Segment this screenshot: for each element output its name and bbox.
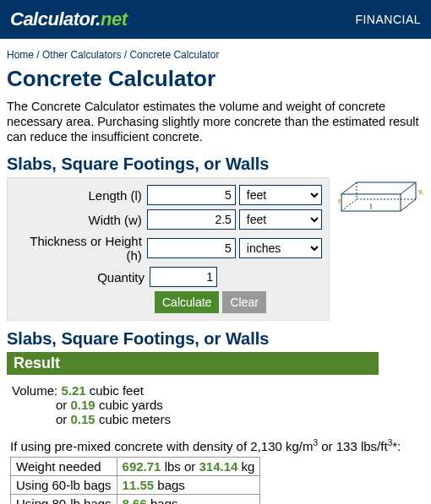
site-logo[interactable]: Calculator.net [10,8,127,30]
result-bar: Result [7,352,379,375]
weight-table: Weight needed 692.71 lbs or 314.14 kg Us… [10,457,260,504]
quantity-input[interactable] [150,267,217,287]
volume-yd3: or 0.19 cubic yards [56,398,424,412]
svg-text:l: l [370,203,372,211]
volume-ft3: Volume: 5.21 cubic feet [12,383,424,398]
breadcrumb-home[interactable]: Home [7,49,34,61]
table-row: Weight needed 692.71 lbs or 314.14 kg [11,458,260,476]
nav-financial[interactable]: FINANCIAL [355,13,421,26]
result-section-title: Slabs, Square Footings, or Walls [7,329,424,349]
table-row: Using 60-lb bags 11.55 bags [11,476,260,495]
bags60-value: 11.55 bags [117,476,260,495]
page-content: Home / Other Calculators / Concrete Calc… [0,39,431,504]
density-note: If using pre-mixed concrete with density… [10,438,424,453]
breadcrumb: Home / Other Calculators / Concrete Calc… [7,49,424,61]
page-title: Concrete Calculator [7,66,424,92]
height-input[interactable] [147,238,236,258]
intro-text: The Concrete Calculator estimates the vo… [7,99,424,144]
svg-text:w: w [417,187,423,196]
weight-label: Weight needed [11,458,117,476]
logo-text-right: net [101,8,128,30]
svg-text:h: h [338,198,342,206]
width-input[interactable] [147,209,236,230]
breadcrumb-sep2: / [121,49,129,61]
weight-value: 692.71 lbs or 314.14 kg [117,458,260,476]
topbar: Calculator.net FINANCIAL [0,0,431,39]
table-row: Using 80-lb bags 8.66 bags [11,495,260,504]
quantity-label: Quantity [14,270,150,285]
svg-line-3 [401,199,416,211]
bags60-label: Using 60-lb bags [11,476,117,495]
volume-m3: or 0.15 cubic meters [56,412,424,426]
svg-line-2 [401,182,416,194]
input-panel: Length (l) feet Width (w) feet Thickness… [7,177,330,321]
svg-line-6 [341,199,357,211]
width-unit-select[interactable]: feet [239,209,322,230]
calculate-button[interactable]: Calculate [155,291,219,313]
clear-button[interactable]: Clear [222,291,265,313]
length-unit-select[interactable]: feet [239,185,322,205]
breadcrumb-sep: / [34,49,42,61]
bags80-label: Using 80-lb bags [11,495,117,504]
svg-line-1 [341,182,357,194]
breadcrumb-current[interactable]: Concrete Calculator [129,49,219,61]
breadcrumb-other[interactable]: Other Calculators [42,49,121,61]
logo-text-left: Calculator. [10,8,101,30]
height-unit-select[interactable]: inches [239,238,322,258]
length-input[interactable] [147,185,236,205]
height-label: Thickness or Height (h) [14,234,147,263]
bags80-value: 8.66 bags [117,495,260,504]
length-label: Length (l) [14,188,147,203]
width-label: Width (w) [14,213,147,227]
section-slabs-title: Slabs, Square Footings, or Walls [7,154,424,174]
slab-diagram: h l w [338,179,423,224]
